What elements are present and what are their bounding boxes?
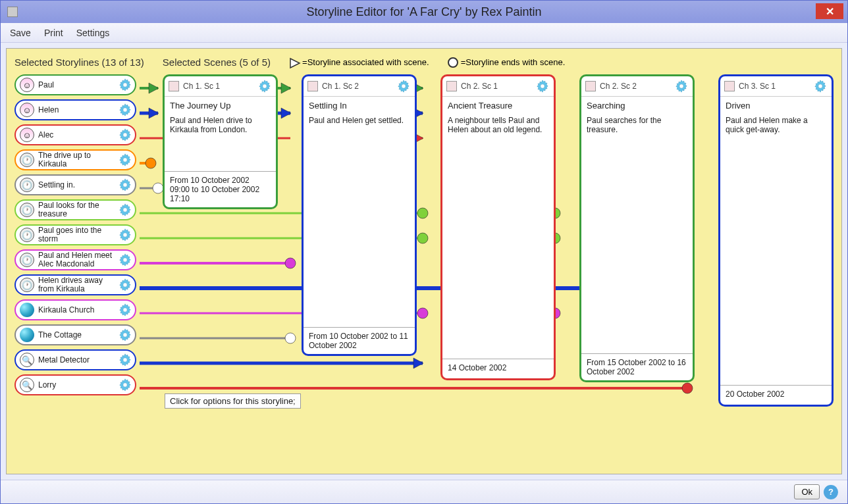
gear-icon[interactable] [535,79,550,93]
scene-title: Driven [726,101,826,111]
gear-icon[interactable] [118,378,132,392]
storyline-label: The drive up to Kirkaula [38,151,114,168]
gear-icon[interactable] [118,78,132,92]
app-icon [7,7,18,17]
storyline-item[interactable]: 🕐Settling in. [14,174,136,195]
scene-icon [169,81,179,91]
storyline-label: Paul looks for the treasure [38,201,114,218]
gear-icon[interactable] [118,228,132,242]
svg-point-81 [263,84,267,88]
scene-chapter-label: Ch 2. Sc 1 [461,82,531,91]
scene-body: Ancient TreasureA neighbour tells Paul a… [442,97,554,359]
gear-icon[interactable] [118,328,132,342]
gear-icon[interactable] [118,153,132,167]
scene-date: 20 October 2002 [720,385,832,405]
scene-header: Ch 3. Sc 1 [720,76,832,97]
scene-icon [585,81,596,91]
scene-body: The Journey UpPaul and Helen drive to Ki… [165,97,276,171]
scene-title: Searching [587,101,687,111]
storyline-label: Helen [38,106,114,114]
gear-icon[interactable] [118,128,132,142]
scene-desc: Paul searches for the treasure. [587,116,661,134]
svg-point-16 [123,258,127,262]
svg-marker-0 [290,59,300,68]
app-window: Storyline Editor for 'A Far Cry' by Rex … [0,0,848,504]
legend-ends-text: =Storyline ends with scene. [461,57,566,67]
scene-desc: Paul and Helen drive to Kirkaula from Lo… [170,116,252,134]
storyline-item[interactable]: 🔍Metal Detector [14,349,136,370]
scene-card[interactable]: Ch 1. Sc 1The Journey UpPaul and Helen d… [163,74,278,209]
svg-point-14 [123,233,127,237]
storyline-label: Settling in. [38,181,114,189]
scene-body: Settling InPaul and Helen get settled. [304,97,415,327]
gear-icon[interactable] [257,79,272,93]
circle-icon [448,57,458,68]
storyline-label: Paul goes into the storm [38,226,114,243]
storyline-item[interactable]: ☺Paul [14,74,136,95]
storyline-item[interactable]: ☺Alec [14,124,136,145]
gear-icon[interactable] [813,79,828,93]
content-area: ☺Paul☺Helen☺Alec🕐The drive up to Kirkaul… [14,74,834,407]
scene-title: Settling In [309,101,410,111]
menu-save[interactable]: Save [10,28,31,38]
scene-body: SearchingPaul searches for the treasure. [581,97,693,353]
scene-icon [307,81,318,91]
storyline-label: Lorry [38,381,114,390]
svg-point-18 [123,283,127,287]
gear-icon[interactable] [118,203,132,217]
help-icon[interactable]: ? [824,485,838,499]
legend-associated: =Storyline associated with scene. [289,57,429,68]
menu-settings[interactable]: Settings [76,28,110,38]
gear-icon[interactable] [118,103,132,117]
scene-row: Ch 1. Sc 1The Journey UpPaul and Helen d… [143,74,834,407]
gear-icon[interactable] [118,278,132,292]
storyline-item[interactable]: Kirkaula Church [14,299,136,320]
triangle-icon [289,57,300,68]
storyline-label: Paul [38,81,114,89]
scene-chapter-label: Ch 1. Sc 2 [322,82,392,91]
storyline-label: Paul and Helen meet Alec Macdonald [38,251,114,268]
storyline-label: Metal Detector [38,356,114,365]
storyline-item[interactable]: 🕐The drive up to Kirkaula [14,149,136,170]
svg-point-83 [402,84,406,88]
scene-card[interactable]: Ch 2. Sc 2SearchingPaul searches for the… [579,74,695,382]
scene-desc: Paul and Helen get settled. [309,116,404,125]
gear-icon[interactable] [396,79,411,93]
scene-card[interactable]: Ch 2. Sc 1Ancient TreasureA neighbour te… [440,74,556,380]
storyline-item[interactable]: ☺Helen [14,99,136,120]
scene-chapter-label: Ch 2. Sc 2 [600,82,670,91]
svg-point-87 [679,84,683,88]
scenes-count-label: Selected Scenes (5 of 5) [163,57,271,68]
gear-icon[interactable] [118,253,132,267]
storyline-item[interactable]: 🕐Paul looks for the treasure [14,199,136,220]
window-title: Storyline Editor for 'A Far Cry' by Rex … [306,5,541,19]
storyline-label: The Cottage [38,331,114,340]
gear-icon[interactable] [118,303,132,317]
storyline-list: ☺Paul☺Helen☺Alec🕐The drive up to Kirkaul… [14,74,136,407]
menu-print[interactable]: Print [44,28,63,38]
scene-header: Ch 2. Sc 2 [581,76,693,97]
scene-header: Ch 2. Sc 1 [442,76,554,97]
ok-button[interactable]: Ok [794,484,820,499]
svg-point-24 [123,358,127,362]
gear-icon[interactable] [118,178,132,192]
storyline-item[interactable]: 🔍Lorry [14,374,136,395]
scene-card[interactable]: Ch 3. Sc 1DrivenPaul and Helen make a qu… [718,74,834,407]
storyline-item[interactable]: The Cottage [14,324,136,345]
scene-date: From 10 October 2002 09:00 to 10 October… [165,171,276,207]
svg-point-22 [123,333,127,337]
header-row: Selected Storylines (13 of 13) Selected … [14,57,834,68]
scene-desc: A neighbour tells Paul and Helen about a… [448,116,542,134]
gear-icon[interactable] [674,79,689,93]
storylines-count-label: Selected Storylines (13 of 13) [14,57,144,68]
storyline-item[interactable]: 🕐Paul and Helen meet Alec Macdonald [14,249,136,270]
close-button[interactable]: ✕ [816,3,843,19]
scene-body: DrivenPaul and Helen make a quick get-aw… [720,97,832,385]
scene-card[interactable]: Ch 1. Sc 2Settling InPaul and Helen get … [302,74,417,356]
svg-point-2 [123,83,127,87]
storyline-item[interactable]: 🕐Paul goes into the storm [14,224,136,245]
storyline-item[interactable]: 🕐Helen drives away from Kirkaula [14,274,136,295]
scene-chapter-label: Ch 1. Sc 1 [183,82,253,91]
editor-canvas: Selected Storylines (13 of 13) Selected … [6,48,842,474]
gear-icon[interactable] [118,353,132,367]
